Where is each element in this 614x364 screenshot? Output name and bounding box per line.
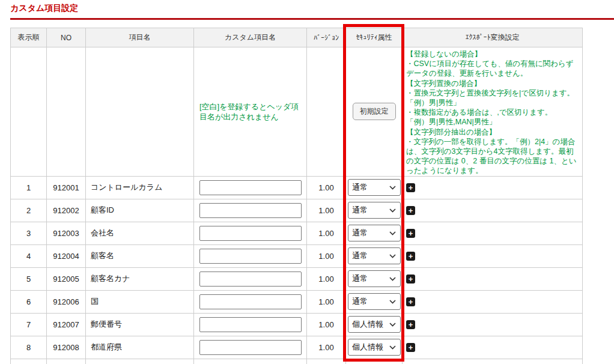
export-conversion-cell: + [403, 313, 583, 336]
add-export-conversion-button[interactable]: + [406, 275, 415, 284]
custom-item-name-input[interactable] [199, 203, 302, 218]
version-value: 1.00 [307, 199, 346, 222]
custom-name-cell [194, 199, 307, 222]
display-order-value: 6 [11, 290, 47, 313]
custom-name-cell [194, 336, 307, 359]
custom-name-cell [194, 176, 307, 199]
add-export-conversion-button[interactable]: + [406, 229, 415, 238]
add-export-conversion-button[interactable]: + [406, 206, 415, 215]
table-row: 2 912002 顧客ID 1.00 通常 + [11, 199, 583, 222]
no-value: 912007 [47, 313, 86, 336]
security-attribute-value: 個人情報 [352, 342, 383, 353]
add-export-conversion-button[interactable]: + [406, 183, 415, 192]
version-value: 1.00 [307, 244, 346, 267]
empty-cell [47, 47, 86, 177]
chevron-down-icon [389, 208, 396, 213]
item-name-value: 顧客ID [86, 199, 194, 222]
export-conversion-cell: + [403, 222, 583, 244]
export-conversion-cell: + [403, 199, 583, 222]
export-conversion-cell: + [403, 176, 583, 199]
table-row: 3 912003 会社名 1.00 通常 + [11, 222, 583, 244]
security-attribute-cell: 通常 [346, 290, 403, 313]
plus-icon: + [409, 298, 413, 306]
security-attribute-select[interactable]: 通常 [348, 293, 401, 310]
no-value: 912004 [47, 244, 86, 267]
security-attribute-value: 通常 [352, 273, 368, 284]
display-order-value: 1 [11, 176, 47, 199]
default-settings-button[interactable]: 初期設定 [353, 103, 396, 120]
no-value: 912003 [47, 222, 86, 244]
add-export-conversion-button[interactable]: + [406, 297, 415, 306]
table-row: 1 912001 コントロールカラム 1.00 通常 + [11, 176, 583, 199]
security-attribute-cell: 通常 [346, 244, 403, 267]
security-attribute-select[interactable]: 通常 [348, 202, 401, 219]
no-value: 912006 [47, 290, 86, 313]
chevron-down-icon [389, 277, 396, 281]
plus-icon: + [409, 321, 413, 329]
add-export-conversion-button[interactable]: + [406, 343, 415, 352]
version-value: 1.00 [307, 313, 346, 336]
empty-cell [307, 47, 346, 177]
table-row: 8 912008 都道府県 1.00 個人情報 + [11, 336, 583, 359]
chevron-down-icon [389, 254, 396, 258]
table-row: 5 912005 顧客名カナ 1.00 通常 + [11, 267, 583, 290]
security-attribute-select[interactable]: 通常 [348, 179, 401, 196]
custom-item-name-input[interactable] [199, 340, 302, 355]
header-display-order: 表示順 [11, 28, 47, 47]
display-order-value: 8 [11, 336, 47, 359]
custom-item-name-input[interactable] [199, 271, 302, 287]
add-export-conversion-button[interactable]: + [406, 252, 415, 261]
custom-item-name-input[interactable] [199, 226, 302, 241]
security-attribute-select[interactable]: 通常 [348, 270, 401, 287]
custom-item-name-input[interactable] [199, 249, 302, 264]
display-order-value: 4 [11, 244, 47, 267]
display-order-value: 5 [11, 267, 47, 290]
display-order-value: 3 [11, 222, 47, 244]
table-row: 6 912006 国 1.00 通常 + [11, 290, 583, 313]
security-attribute-select[interactable]: 通常 [348, 247, 401, 264]
custom-item-name-input[interactable] [199, 180, 302, 195]
item-name-value: 都道府県 [86, 336, 194, 359]
plus-icon: + [409, 229, 413, 237]
plus-icon: + [409, 184, 413, 192]
add-export-conversion-button[interactable]: + [406, 320, 415, 329]
item-name-value: 国 [86, 290, 194, 313]
empty-cell [11, 47, 47, 177]
version-value: 1.00 [307, 267, 346, 290]
header-item-name: 項目名 [86, 28, 194, 47]
item-name-value: 顧客名カナ [86, 267, 194, 290]
custom-name-cell [194, 290, 307, 313]
security-attribute-cell: 通常 [346, 176, 403, 199]
header-version: ﾊﾞｰｼﾞｮﾝ [307, 28, 346, 47]
export-help-text: 【登録しないの場合】 ・CSVに項目が存在しても、値の有無に関わらずデータの登録… [406, 49, 580, 176]
table-row: 7 912007 郵便番号 1.00 個人情報 + [11, 313, 583, 336]
plus-icon: + [409, 344, 413, 351]
chevron-down-icon [389, 345, 396, 350]
custom-name-note-cell: [空白]を登録するとヘッダ項目名が出力されません [194, 47, 307, 177]
security-attribute-select[interactable]: 個人情報 [348, 339, 401, 356]
item-name-value: 郵便番号 [86, 313, 194, 336]
security-attribute-select[interactable]: 通常 [348, 225, 401, 241]
security-attribute-cell: 通常 [346, 199, 403, 222]
security-attribute-value: 通常 [352, 250, 368, 261]
security-attribute-cell: 通常 [346, 222, 403, 244]
version-value: 1.00 [307, 176, 346, 199]
security-attribute-cell: 個人情報 [346, 313, 403, 336]
security-attribute-cell: 個人情報 [346, 336, 403, 359]
no-value: 912005 [47, 267, 86, 290]
security-attribute-value: 通常 [352, 296, 368, 307]
no-value: 912002 [47, 199, 86, 222]
item-name-value: 顧客名 [86, 244, 194, 267]
custom-name-cell [194, 222, 307, 244]
table-row: 4 912004 顧客名 1.00 通常 + [11, 244, 583, 267]
page-title: カスタム項目設定 [10, 3, 78, 14]
custom-item-name-input[interactable] [199, 294, 302, 309]
security-attribute-select[interactable]: 個人情報 [348, 316, 401, 333]
display-order-value: 2 [11, 199, 47, 222]
chevron-down-icon [389, 300, 396, 304]
header-no: NO [47, 28, 86, 47]
version-value: 1.00 [307, 336, 346, 359]
custom-name-cell [194, 313, 307, 336]
custom-item-name-input[interactable] [199, 317, 302, 332]
chevron-down-icon [389, 323, 396, 327]
